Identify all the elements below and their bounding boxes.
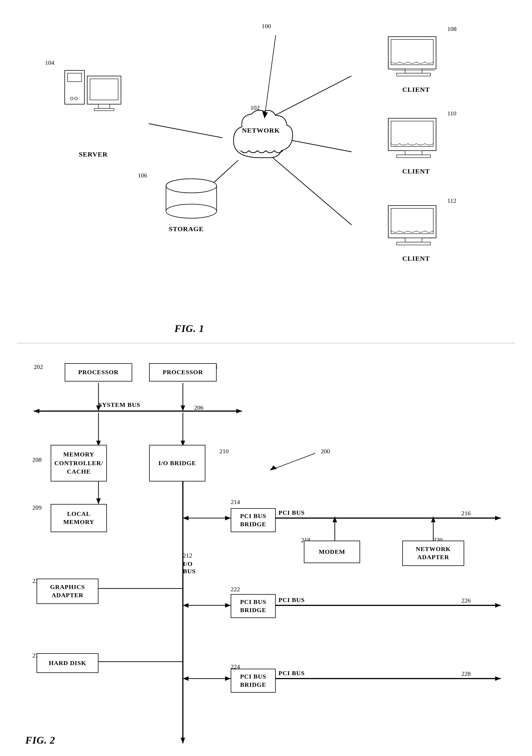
ref-110: 110 — [447, 110, 456, 117]
fig2-section: 202 PROCESSOR 204 PROCESSOR 206 SYSTEM B… — [17, 355, 515, 749]
svg-rect-6 — [67, 73, 82, 82]
client2-icon — [385, 116, 442, 163]
modem-box: MODEM — [304, 541, 360, 563]
ref-112: 112 — [447, 197, 456, 204]
svg-marker-73 — [181, 738, 185, 743]
pcibus2-label: PCI BUS — [279, 596, 305, 604]
fig1-label: FIG. 1 — [174, 323, 204, 335]
ref-106: 106 — [138, 172, 147, 179]
iobus-label: I/OBUS — [183, 560, 196, 575]
pcibus3-label: PCI BUS — [279, 669, 305, 677]
svg-marker-70 — [495, 676, 501, 681]
svg-marker-54 — [495, 516, 501, 520]
svg-point-18 — [166, 179, 216, 193]
network-cloud — [225, 107, 295, 170]
ref-210: 210 — [219, 448, 229, 455]
svg-rect-20 — [391, 40, 433, 65]
storage-icon — [163, 175, 219, 221]
svg-rect-10 — [90, 79, 118, 100]
svg-rect-12 — [94, 108, 114, 111]
pcibusbridge3-box: PCI BUS BRIDGE — [231, 669, 276, 693]
svg-line-0 — [148, 123, 222, 138]
svg-line-74 — [270, 453, 315, 470]
svg-rect-27 — [397, 155, 430, 158]
svg-marker-61 — [225, 603, 231, 608]
pcibus1-label: PCI BUS — [279, 509, 305, 516]
svg-rect-30 — [405, 238, 422, 242]
server-icon — [62, 68, 124, 148]
processor1-box: PROCESSOR — [65, 363, 132, 382]
svg-marker-67 — [225, 676, 231, 681]
ref-100: 100 — [262, 22, 271, 30]
fig2-label: FIG. 2 — [25, 734, 55, 746]
svg-marker-50 — [183, 516, 189, 520]
ref-108: 108 — [447, 25, 457, 33]
page: 100 104 SERVER — [0, 0, 532, 756]
client1-icon — [385, 34, 442, 81]
svg-marker-37 — [181, 405, 185, 411]
ref-226: 226 — [461, 597, 471, 604]
client1-label: CLIENT — [402, 86, 430, 94]
harddisk-box: HARD DISK — [37, 653, 98, 673]
iobridge-box: I/O BRIDGE — [149, 445, 205, 481]
network-label: NETWORK — [242, 127, 280, 134]
ref-102: 102 — [250, 104, 260, 112]
svg-marker-58 — [431, 517, 436, 522]
client2-label: CLIENT — [402, 168, 430, 175]
pcibusbridge1-box: PCI BUS BRIDGE — [231, 508, 276, 532]
processor2-box: PROCESSOR — [149, 363, 216, 382]
svg-rect-25 — [391, 121, 433, 147]
svg-rect-11 — [98, 104, 110, 108]
svg-marker-51 — [225, 516, 231, 520]
localmemory-box: LOCAL MEMORY — [51, 504, 107, 532]
networkadapter-box: NETWORKADAPTER — [402, 541, 464, 566]
svg-marker-39 — [34, 409, 39, 413]
systembus-label: SYSTEM BUS — [98, 401, 140, 409]
svg-line-32 — [265, 35, 276, 118]
ref-209: 209 — [32, 504, 42, 511]
ref-214: 214 — [231, 499, 240, 506]
pcibusbridge2-box: PCI BUS BRIDGE — [231, 594, 276, 618]
client3-icon — [385, 203, 442, 250]
svg-rect-29 — [391, 208, 433, 234]
ref-200: 200 — [321, 448, 330, 455]
svg-marker-40 — [236, 409, 242, 413]
server-label: SERVER — [79, 150, 108, 158]
fig1-section: 100 104 SERVER — [17, 11, 515, 343]
ref-216: 216 — [461, 510, 471, 517]
ref-104: 104 — [45, 59, 54, 67]
ref-212: 212 — [183, 552, 192, 559]
svg-marker-60 — [183, 603, 189, 608]
ref-206: 206 — [194, 404, 203, 411]
graphicsadapter-box: GRAPHICS ADAPTER — [37, 579, 98, 604]
ref-228: 228 — [461, 670, 471, 677]
svg-point-17 — [166, 204, 216, 218]
svg-marker-47 — [96, 499, 101, 504]
ref-202: 202 — [34, 363, 43, 370]
svg-rect-31 — [397, 242, 430, 245]
svg-rect-21 — [405, 69, 422, 73]
ref-208: 208 — [32, 456, 42, 464]
svg-marker-64 — [495, 603, 501, 608]
svg-rect-26 — [405, 150, 422, 155]
svg-marker-75 — [270, 466, 277, 470]
svg-marker-56 — [333, 517, 337, 522]
memory-controller-box: MEMORYCONTROLLER/CACHE — [51, 445, 107, 481]
svg-marker-66 — [183, 676, 189, 681]
ref-222: 222 — [231, 586, 240, 593]
client3-label: CLIENT — [402, 255, 430, 262]
svg-rect-22 — [397, 73, 430, 76]
storage-label: STORAGE — [169, 225, 204, 233]
